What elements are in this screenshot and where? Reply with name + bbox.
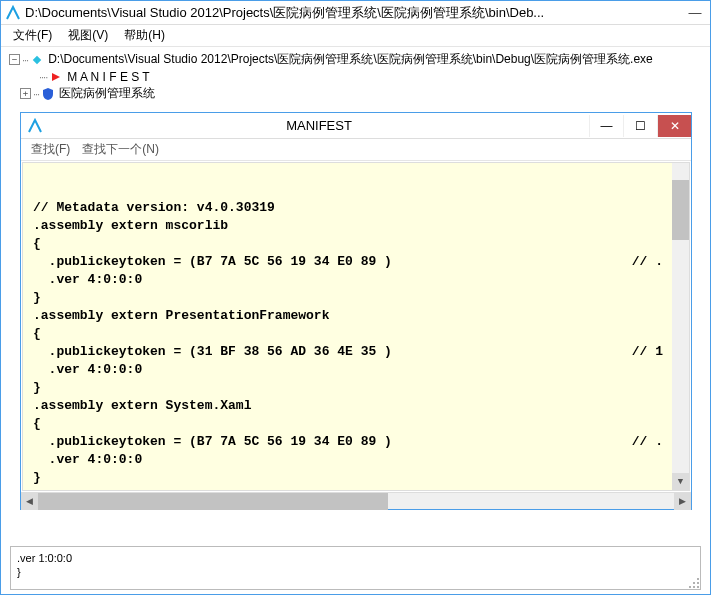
svg-marker-1 bbox=[52, 73, 60, 81]
tree-root[interactable]: − ··· D:\Documents\Visual Studio 2012\Pr… bbox=[9, 51, 702, 68]
svg-point-4 bbox=[697, 582, 699, 584]
child-minimize-button[interactable]: — bbox=[589, 115, 623, 137]
tree-connector: ··· bbox=[22, 54, 28, 66]
collapse-icon[interactable]: − bbox=[9, 54, 20, 65]
menu-file[interactable]: 文件(F) bbox=[5, 25, 60, 46]
resize-grip-icon[interactable] bbox=[686, 575, 700, 589]
code-line: // Metadata version: v4.0.30319 bbox=[33, 199, 679, 217]
code-line: .ver 4:0:0:0 bbox=[33, 271, 679, 289]
code-line: .ver 4:0:0:0 bbox=[33, 361, 679, 379]
code-line: .assembly extern mscorlib bbox=[33, 217, 679, 235]
expand-icon[interactable]: + bbox=[20, 88, 31, 99]
code-line: } bbox=[33, 289, 679, 307]
tree-manifest-label: M A N I F E S T bbox=[67, 70, 149, 84]
status-pane: .ver 1:0:0:0 } bbox=[10, 546, 701, 590]
svg-point-6 bbox=[693, 586, 695, 588]
tree-connector: ··· bbox=[33, 88, 39, 100]
code-line: { bbox=[33, 235, 679, 253]
svg-point-5 bbox=[689, 586, 691, 588]
code-line: { bbox=[33, 325, 679, 343]
menu-find[interactable]: 查找(F) bbox=[25, 139, 76, 160]
code-line: .publickeytoken = (B7 7A 5C 56 19 34 E0 … bbox=[33, 253, 679, 271]
code-line: .ver 4:0:0:0 bbox=[33, 451, 679, 469]
scroll-right-icon[interactable]: ▶ bbox=[674, 493, 691, 510]
ildasm-icon bbox=[5, 5, 21, 21]
child-maximize-button[interactable]: ☐ bbox=[623, 115, 657, 137]
vertical-scrollbar[interactable]: ▲ ▼ bbox=[672, 163, 689, 490]
tree-module-label: 医院病例管理系统 bbox=[59, 85, 155, 102]
code-line: .assembly extern PresentationFramework bbox=[33, 307, 679, 325]
status-line: .ver 1:0:0:0 bbox=[17, 551, 694, 565]
svg-point-2 bbox=[697, 578, 699, 580]
main-title-bar: D:\Documents\Visual Studio 2012\Projects… bbox=[1, 1, 710, 25]
menu-view[interactable]: 视图(V) bbox=[60, 25, 116, 46]
code-line: } bbox=[33, 379, 679, 397]
svg-point-7 bbox=[697, 586, 699, 588]
child-close-button[interactable]: ✕ bbox=[657, 115, 691, 137]
code-line: .publickeytoken = (31 BF 38 56 AD 36 4E … bbox=[33, 343, 679, 361]
diamond-icon bbox=[30, 53, 44, 67]
code-line: .assembly extern System.Xaml bbox=[33, 397, 679, 415]
child-window-title: MANIFEST bbox=[49, 118, 589, 133]
code-line: { bbox=[33, 415, 679, 433]
child-title-bar[interactable]: MANIFEST — ☐ ✕ bbox=[21, 113, 691, 139]
play-icon bbox=[49, 70, 63, 84]
menu-help[interactable]: 帮助(H) bbox=[116, 25, 173, 46]
scroll-down-icon[interactable]: ▼ bbox=[672, 473, 689, 490]
main-window-title: D:\Documents\Visual Studio 2012\Projects… bbox=[25, 4, 682, 22]
main-menu-bar: 文件(F) 视图(V) 帮助(H) bbox=[1, 25, 710, 47]
shield-icon bbox=[41, 87, 55, 101]
horizontal-scrollbar[interactable]: ◀ ▶ bbox=[21, 492, 691, 509]
tree-module[interactable]: + ··· 医院病例管理系统 bbox=[9, 85, 702, 102]
ildasm-icon bbox=[27, 118, 43, 134]
child-menu-bar: 查找(F) 查找下一个(N) bbox=[21, 139, 691, 161]
tree-connector: ···· bbox=[39, 71, 47, 83]
tree-manifest[interactable]: ···· M A N I F E S T bbox=[9, 68, 702, 85]
status-line: } bbox=[17, 565, 694, 579]
minimize-button[interactable]: — bbox=[684, 4, 706, 22]
scroll-thumb[interactable] bbox=[38, 493, 388, 510]
svg-rect-0 bbox=[33, 55, 41, 63]
scroll-thumb[interactable] bbox=[672, 180, 689, 240]
scroll-left-icon[interactable]: ◀ bbox=[21, 493, 38, 510]
svg-point-3 bbox=[693, 582, 695, 584]
menu-find-next[interactable]: 查找下一个(N) bbox=[76, 139, 165, 160]
tree-root-label: D:\Documents\Visual Studio 2012\Projects… bbox=[48, 51, 653, 68]
code-line: .publickeytoken = (B7 7A 5C 56 19 34 E0 … bbox=[33, 433, 679, 451]
code-editor[interactable]: // Metadata version: v4.0.30319.assembly… bbox=[22, 162, 690, 491]
tree-view: − ··· D:\Documents\Visual Studio 2012\Pr… bbox=[1, 47, 710, 103]
manifest-window: MANIFEST — ☐ ✕ 查找(F) 查找下一个(N) // Metadat… bbox=[20, 112, 692, 510]
code-line: } bbox=[33, 469, 679, 487]
